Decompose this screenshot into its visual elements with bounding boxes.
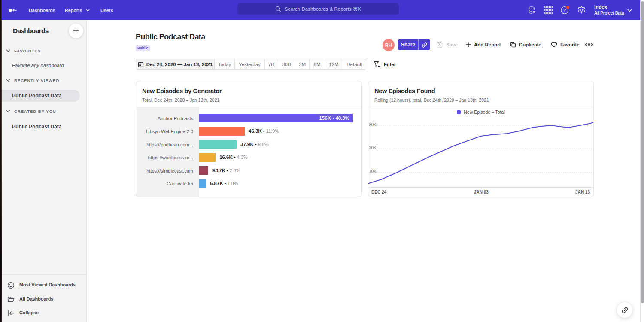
svg-text:?: ? [563,8,566,13]
